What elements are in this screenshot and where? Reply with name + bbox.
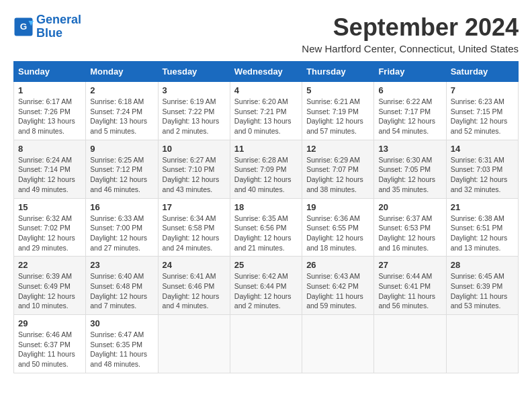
day-number: 8: [18, 144, 81, 154]
calendar-cell: [374, 315, 446, 373]
day-info: Sunrise: 6:31 AM Sunset: 7:03 PM Dayligh…: [451, 155, 514, 195]
day-info: Sunrise: 6:46 AM Sunset: 6:37 PM Dayligh…: [18, 330, 81, 369]
calendar-cell: 7Sunrise: 6:23 AM Sunset: 7:15 PM Daylig…: [446, 82, 518, 140]
calendar-cell: [446, 315, 518, 373]
calendar-cell: 30Sunrise: 6:47 AM Sunset: 6:35 PM Dayli…: [86, 315, 158, 373]
calendar-cell: 25Sunrise: 6:42 AM Sunset: 6:44 PM Dayli…: [230, 257, 302, 315]
day-info: Sunrise: 6:44 AM Sunset: 6:41 PM Dayligh…: [378, 271, 441, 311]
day-number: 18: [234, 202, 298, 212]
day-info: Sunrise: 6:21 AM Sunset: 7:19 PM Dayligh…: [306, 97, 369, 136]
day-number: 21: [451, 202, 514, 212]
calendar-week-row: 22Sunrise: 6:39 AM Sunset: 6:49 PM Dayli…: [14, 257, 519, 315]
day-header: Saturday: [446, 62, 518, 82]
day-number: 17: [163, 202, 226, 212]
calendar-cell: 22Sunrise: 6:39 AM Sunset: 6:49 PM Dayli…: [14, 257, 86, 315]
day-info: Sunrise: 6:47 AM Sunset: 6:35 PM Dayligh…: [90, 330, 153, 369]
day-number: 16: [90, 202, 153, 212]
day-number: 4: [234, 85, 298, 95]
calendar-table: SundayMondayTuesdayWednesdayThursdayFrid…: [13, 61, 519, 373]
day-info: Sunrise: 6:40 AM Sunset: 6:48 PM Dayligh…: [90, 271, 153, 311]
calendar-cell: 1Sunrise: 6:17 AM Sunset: 7:26 PM Daylig…: [14, 82, 86, 140]
calendar-cell: 3Sunrise: 6:19 AM Sunset: 7:22 PM Daylig…: [158, 82, 230, 140]
day-number: 23: [90, 260, 153, 270]
day-info: Sunrise: 6:24 AM Sunset: 7:14 PM Dayligh…: [18, 155, 81, 195]
day-number: 25: [234, 260, 298, 270]
calendar-week-row: 15Sunrise: 6:32 AM Sunset: 7:02 PM Dayli…: [14, 198, 519, 257]
day-header: Thursday: [302, 62, 374, 82]
calendar-week-row: 8Sunrise: 6:24 AM Sunset: 7:14 PM Daylig…: [14, 140, 519, 198]
calendar-cell: 28Sunrise: 6:45 AM Sunset: 6:39 PM Dayli…: [446, 257, 518, 315]
day-info: Sunrise: 6:25 AM Sunset: 7:12 PM Dayligh…: [90, 155, 153, 195]
day-header: Tuesday: [158, 62, 230, 82]
calendar-cell: 17Sunrise: 6:34 AM Sunset: 6:58 PM Dayli…: [158, 198, 230, 257]
days-header-row: SundayMondayTuesdayWednesdayThursdayFrid…: [14, 62, 519, 82]
calendar-cell: [158, 315, 230, 373]
day-number: 14: [451, 144, 514, 154]
day-info: Sunrise: 6:33 AM Sunset: 7:00 PM Dayligh…: [90, 214, 153, 253]
logo: G General Blue: [13, 13, 81, 40]
calendar-cell: 20Sunrise: 6:37 AM Sunset: 6:53 PM Dayli…: [374, 198, 446, 257]
day-number: 28: [451, 260, 514, 270]
day-number: 15: [18, 202, 81, 212]
day-info: Sunrise: 6:29 AM Sunset: 7:07 PM Dayligh…: [306, 155, 369, 195]
calendar-cell: 11Sunrise: 6:28 AM Sunset: 7:09 PM Dayli…: [230, 140, 302, 198]
calendar-cell: 5Sunrise: 6:21 AM Sunset: 7:19 PM Daylig…: [302, 82, 374, 140]
day-number: 13: [378, 144, 441, 154]
day-header: Sunday: [14, 62, 86, 82]
calendar-cell: 4Sunrise: 6:20 AM Sunset: 7:21 PM Daylig…: [230, 82, 302, 140]
day-number: 10: [163, 144, 226, 154]
day-number: 2: [90, 85, 153, 95]
day-info: Sunrise: 6:19 AM Sunset: 7:22 PM Dayligh…: [163, 97, 226, 136]
calendar-cell: 23Sunrise: 6:40 AM Sunset: 6:48 PM Dayli…: [86, 257, 158, 315]
day-number: 3: [163, 85, 226, 95]
day-number: 30: [90, 318, 153, 328]
calendar-cell: 6Sunrise: 6:22 AM Sunset: 7:17 PM Daylig…: [374, 82, 446, 140]
calendar-cell: 13Sunrise: 6:30 AM Sunset: 7:05 PM Dayli…: [374, 140, 446, 198]
day-number: 11: [234, 144, 298, 154]
day-info: Sunrise: 6:35 AM Sunset: 6:56 PM Dayligh…: [234, 214, 298, 253]
day-info: Sunrise: 6:37 AM Sunset: 6:53 PM Dayligh…: [378, 214, 441, 253]
day-info: Sunrise: 6:18 AM Sunset: 7:24 PM Dayligh…: [90, 97, 153, 136]
day-header: Wednesday: [230, 62, 302, 82]
calendar-cell: 27Sunrise: 6:44 AM Sunset: 6:41 PM Dayli…: [374, 257, 446, 315]
day-info: Sunrise: 6:28 AM Sunset: 7:09 PM Dayligh…: [234, 155, 298, 195]
calendar-cell: 16Sunrise: 6:33 AM Sunset: 7:00 PM Dayli…: [86, 198, 158, 257]
day-number: 24: [163, 260, 226, 270]
day-number: 19: [306, 202, 369, 212]
day-info: Sunrise: 6:27 AM Sunset: 7:10 PM Dayligh…: [163, 155, 226, 195]
calendar-cell: 26Sunrise: 6:43 AM Sunset: 6:42 PM Dayli…: [302, 257, 374, 315]
day-number: 29: [18, 318, 81, 328]
day-number: 12: [306, 144, 369, 154]
day-number: 27: [378, 260, 441, 270]
day-info: Sunrise: 6:22 AM Sunset: 7:17 PM Dayligh…: [378, 97, 441, 136]
calendar-cell: 24Sunrise: 6:41 AM Sunset: 6:46 PM Dayli…: [158, 257, 230, 315]
day-info: Sunrise: 6:39 AM Sunset: 6:49 PM Dayligh…: [18, 271, 81, 311]
calendar-cell: 21Sunrise: 6:38 AM Sunset: 6:51 PM Dayli…: [446, 198, 518, 257]
day-info: Sunrise: 6:20 AM Sunset: 7:21 PM Dayligh…: [234, 97, 298, 136]
day-info: Sunrise: 6:34 AM Sunset: 6:58 PM Dayligh…: [163, 214, 226, 253]
day-info: Sunrise: 6:41 AM Sunset: 6:46 PM Dayligh…: [163, 271, 226, 311]
month-title: September 2024: [302, 13, 519, 42]
calendar-week-row: 1Sunrise: 6:17 AM Sunset: 7:26 PM Daylig…: [14, 82, 519, 140]
day-number: 6: [378, 85, 441, 95]
calendar-cell: 10Sunrise: 6:27 AM Sunset: 7:10 PM Dayli…: [158, 140, 230, 198]
day-number: 9: [90, 144, 153, 154]
calendar-week-row: 29Sunrise: 6:46 AM Sunset: 6:37 PM Dayli…: [14, 315, 519, 373]
day-number: 26: [306, 260, 369, 270]
day-info: Sunrise: 6:17 AM Sunset: 7:26 PM Dayligh…: [18, 97, 81, 136]
calendar-cell: 12Sunrise: 6:29 AM Sunset: 7:07 PM Dayli…: [302, 140, 374, 198]
calendar-cell: 19Sunrise: 6:36 AM Sunset: 6:55 PM Dayli…: [302, 198, 374, 257]
calendar-cell: 15Sunrise: 6:32 AM Sunset: 7:02 PM Dayli…: [14, 198, 86, 257]
location-title: New Hartford Center, Connecticut, United…: [302, 43, 519, 54]
day-number: 22: [18, 260, 81, 270]
day-info: Sunrise: 6:42 AM Sunset: 6:44 PM Dayligh…: [234, 271, 298, 311]
day-header: Monday: [86, 62, 158, 82]
day-info: Sunrise: 6:23 AM Sunset: 7:15 PM Dayligh…: [451, 97, 514, 136]
calendar-cell: 8Sunrise: 6:24 AM Sunset: 7:14 PM Daylig…: [14, 140, 86, 198]
day-info: Sunrise: 6:38 AM Sunset: 6:51 PM Dayligh…: [451, 214, 514, 253]
day-info: Sunrise: 6:32 AM Sunset: 7:02 PM Dayligh…: [18, 214, 81, 253]
day-info: Sunrise: 6:45 AM Sunset: 6:39 PM Dayligh…: [451, 271, 514, 311]
calendar-cell: 9Sunrise: 6:25 AM Sunset: 7:12 PM Daylig…: [86, 140, 158, 198]
day-number: 7: [451, 85, 514, 95]
day-info: Sunrise: 6:30 AM Sunset: 7:05 PM Dayligh…: [378, 155, 441, 195]
